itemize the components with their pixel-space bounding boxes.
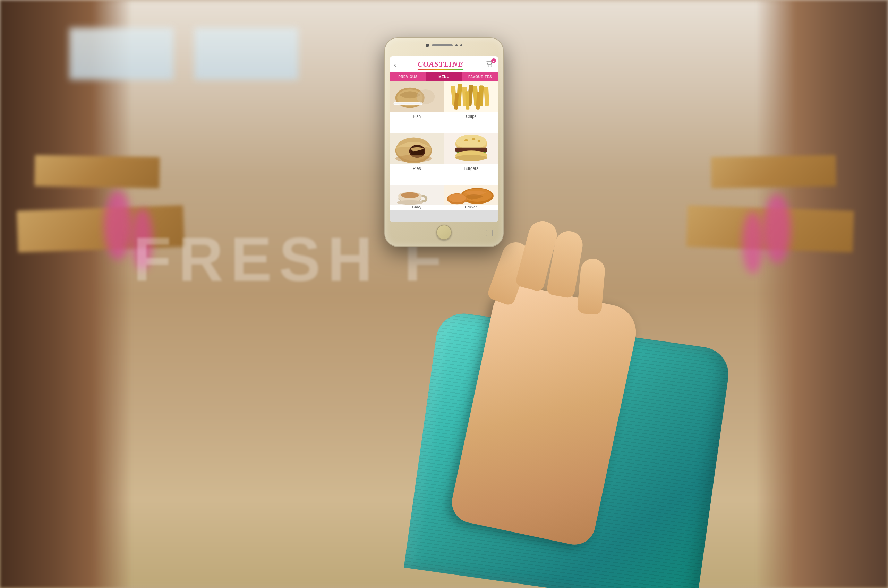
svg-point-29: [472, 138, 475, 140]
phone-back-button[interactable]: [485, 230, 493, 237]
svg-point-43: [448, 194, 466, 202]
app-content: ‹ COASTLINE 2: [390, 56, 498, 222]
food-label-gravy: Gravy: [411, 204, 423, 210]
menu-grid: Fish: [390, 81, 498, 222]
svg-point-7: [416, 90, 435, 104]
tab-menu[interactable]: MENU: [426, 72, 462, 81]
app-nav: PREVIOUS MENU FAVOURITES: [390, 72, 498, 81]
svg-rect-6: [394, 103, 422, 104]
svg-rect-17: [465, 91, 469, 110]
background: FRESH F ‹: [0, 0, 888, 588]
svg-point-0: [488, 66, 489, 67]
bg-table-2: [35, 155, 160, 188]
svg-point-34: [455, 155, 487, 161]
food-image-fish: [390, 81, 444, 112]
menu-item-chicken[interactable]: Chicken: [444, 186, 499, 210]
phone-sensor: [455, 44, 458, 46]
back-button[interactable]: ‹: [394, 62, 396, 69]
fish-photo: [390, 81, 444, 112]
app-header: ‹ COASTLINE 2: [390, 56, 498, 72]
phone: ‹ COASTLINE 2: [385, 38, 503, 246]
food-label-fish: Fish: [412, 112, 422, 121]
menu-item-fish[interactable]: Fish: [390, 81, 444, 133]
bg-pink-4: [742, 212, 763, 274]
phone-home-button[interactable]: [436, 225, 452, 240]
phone-speaker: [432, 44, 453, 46]
bg-window-1: [69, 28, 173, 80]
phone-screen: ‹ COASTLINE 2: [390, 56, 498, 222]
menu-item-burgers[interactable]: Burgers: [444, 133, 499, 185]
tab-favourites[interactable]: FAVOURITES: [462, 72, 498, 81]
finger-4: [577, 258, 606, 315]
phone-body: ‹ COASTLINE 2: [385, 38, 503, 246]
bg-pink-3: [763, 194, 791, 264]
svg-point-30: [477, 140, 480, 142]
food-image-burgers: [444, 133, 499, 164]
food-label-chips: Chips: [464, 112, 478, 121]
food-label-pies: Pies: [412, 164, 422, 172]
food-label-burgers: Burgers: [463, 164, 480, 172]
logo-area: COASTLINE: [418, 60, 463, 70]
cart-button[interactable]: 2: [485, 60, 494, 70]
svg-point-24: [395, 155, 432, 162]
svg-point-1: [490, 66, 491, 67]
logo-underline: [418, 69, 463, 70]
bg-window-2: [194, 28, 298, 80]
food-image-chicken: [444, 186, 499, 204]
menu-item-pies[interactable]: Pies: [390, 133, 444, 185]
tab-previous[interactable]: PREVIOUS: [390, 72, 426, 81]
cart-badge: 2: [491, 58, 496, 63]
phone-mic: [460, 44, 463, 46]
svg-point-37: [401, 192, 419, 198]
svg-point-28: [464, 140, 468, 141]
phone-camera-lens: [425, 44, 429, 47]
bg-right-panel: [756, 0, 888, 588]
menu-item-gravy[interactable]: Gravy: [390, 186, 444, 210]
food-image-pies: [390, 133, 444, 164]
food-image-chips: [444, 81, 499, 112]
chips-photo: [444, 81, 499, 112]
svg-point-38: [397, 200, 423, 204]
app-logo: COASTLINE: [418, 60, 463, 69]
bg-left-panel: [0, 0, 132, 588]
food-label-chicken: Chicken: [463, 204, 479, 210]
bg-pink-1: [104, 190, 132, 260]
svg-point-27: [456, 135, 486, 149]
food-image-gravy: [390, 186, 444, 204]
bg-table-4: [711, 155, 836, 188]
phone-camera-area: [425, 44, 463, 47]
menu-item-chips[interactable]: Chips: [444, 81, 499, 133]
